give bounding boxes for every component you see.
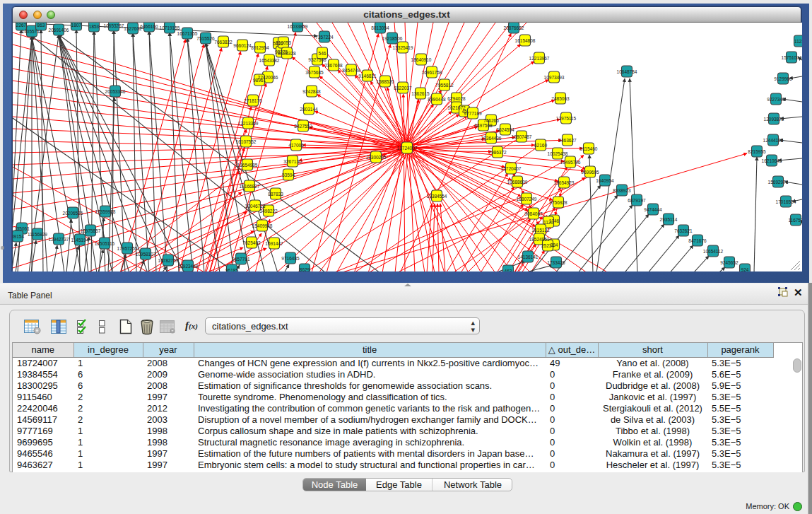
svg-text:20691406: 20691406 [49, 28, 69, 33]
svg-text:25234: 25234 [541, 243, 554, 248]
svg-text:6794028: 6794028 [447, 96, 466, 101]
svg-text:1807: 1807 [71, 23, 82, 28]
svg-text:8990448: 8990448 [428, 97, 446, 102]
svg-text:135061: 135061 [14, 226, 30, 231]
svg-text:6879197: 6879197 [628, 198, 646, 203]
svg-text:7663822: 7663822 [214, 40, 233, 45]
svg-text:15751074: 15751074 [782, 55, 802, 60]
svg-text:8427552: 8427552 [294, 124, 312, 129]
svg-text:7986372: 7986372 [488, 150, 507, 155]
svg-text:16107552: 16107552 [236, 139, 257, 144]
svg-text:3498222: 3498222 [259, 209, 278, 214]
svg-text:3624554: 3624554 [496, 127, 514, 132]
svg-text:6497568: 6497568 [474, 123, 493, 128]
svg-text:863: 863 [37, 23, 45, 28]
svg-text:19384554: 19384554 [427, 194, 447, 199]
svg-text:10654112: 10654112 [703, 249, 724, 254]
svg-text:53594: 53594 [282, 173, 295, 177]
svg-text:7357224: 7357224 [315, 35, 334, 40]
svg-text:9242848: 9242848 [302, 89, 321, 94]
svg-text:16033809: 16033809 [288, 24, 308, 29]
svg-text:12093872: 12093872 [764, 117, 784, 122]
svg-text:15720407: 15720407 [501, 166, 522, 171]
svg-text:12505115: 12505115 [95, 241, 115, 246]
svg-text:19166827: 19166827 [240, 184, 260, 189]
svg-text:9227343: 9227343 [767, 97, 785, 102]
svg-text:8215955: 8215955 [748, 149, 766, 154]
svg-text:10973493: 10973493 [544, 75, 565, 80]
svg-text:2718176: 2718176 [244, 98, 262, 103]
svg-text:9327508: 9327508 [308, 57, 326, 62]
svg-text:10648784: 10648784 [617, 69, 637, 74]
svg-text:17359928: 17359928 [95, 209, 116, 214]
svg-text:16782759: 16782759 [158, 258, 179, 263]
svg-text:1691447: 1691447 [265, 241, 283, 246]
svg-text:20364436: 20364436 [481, 136, 502, 141]
svg-text:9146821: 9146821 [358, 74, 377, 78]
svg-text:746266: 746266 [483, 118, 499, 123]
svg-text:11156829: 11156829 [28, 232, 47, 237]
svg-text:2367608: 2367608 [324, 63, 343, 68]
svg-text:1527602: 1527602 [124, 26, 142, 31]
svg-text:6466160: 6466160 [140, 24, 158, 29]
svg-text:1853: 1853 [89, 24, 100, 29]
svg-text:12213369: 12213369 [238, 121, 259, 126]
svg-text:9716485: 9716485 [281, 256, 300, 261]
svg-text:18724007: 18724007 [397, 146, 418, 151]
svg-text:17016504: 17016504 [776, 199, 796, 204]
svg-text:62160: 62160 [534, 143, 547, 148]
svg-text:1588520: 1588520 [376, 79, 394, 84]
svg-text:15692971: 15692971 [768, 180, 789, 185]
svg-text:3267130: 3267130 [283, 159, 302, 164]
svg-text:14055712: 14055712 [22, 29, 42, 34]
svg-text:1145194: 1145194 [71, 238, 89, 243]
svg-text:9084067: 9084067 [524, 211, 543, 216]
svg-text:417006: 417006 [288, 143, 304, 148]
svg-text:96185: 96185 [225, 268, 238, 272]
svg-text:7485063: 7485063 [551, 96, 570, 101]
svg-text:12213967: 12213967 [529, 56, 550, 61]
svg-text:12923448: 12923448 [178, 264, 199, 269]
svg-text:19218506: 19218506 [382, 36, 403, 41]
svg-text:18300295: 18300295 [366, 155, 387, 160]
svg-text:10688609: 10688609 [507, 180, 528, 185]
svg-text:98961: 98961 [253, 78, 266, 83]
svg-text:9699695: 9699695 [581, 170, 599, 175]
svg-text:1615132: 1615132 [531, 228, 550, 233]
svg-text:10975857: 10975857 [81, 228, 101, 233]
svg-text:7955812: 7955812 [435, 83, 454, 88]
svg-text:3675685: 3675685 [305, 70, 324, 75]
svg-text:7632621: 7632621 [674, 228, 693, 233]
svg-text:8471676: 8471676 [688, 238, 707, 243]
svg-text:463: 463 [505, 269, 512, 272]
svg-text:16961758: 16961758 [422, 70, 442, 75]
svg-text:19654923: 19654923 [554, 180, 575, 185]
svg-text:8454749: 8454749 [342, 68, 360, 73]
svg-text:10046728: 10046728 [245, 204, 266, 209]
svg-text:546: 546 [319, 51, 326, 56]
svg-text:9245652: 9245652 [720, 260, 739, 265]
svg-text:18807249: 18807249 [517, 197, 537, 201]
svg-text:9129966: 9129966 [774, 76, 792, 81]
svg-text:1121: 1121 [794, 39, 802, 44]
svg-text:10958107: 10958107 [136, 252, 156, 257]
svg-text:20876682: 20876682 [504, 25, 524, 30]
svg-text:887833: 887833 [268, 192, 283, 197]
svg-text:9474444: 9474444 [644, 207, 662, 212]
svg-text:39154: 39154 [13, 234, 24, 239]
svg-text:1120: 1120 [543, 220, 553, 225]
svg-text:10719155: 10719155 [160, 25, 180, 30]
svg-text:2267: 2267 [16, 23, 27, 28]
svg-text:10807487: 10807487 [512, 134, 532, 139]
svg-text:9756928: 9756928 [549, 200, 567, 205]
svg-text:1362615: 1362615 [411, 91, 430, 96]
svg-text:7515526: 7515526 [196, 36, 215, 41]
svg-text:1640954: 1640954 [596, 178, 614, 183]
svg-text:20053346: 20053346 [105, 89, 126, 94]
svg-text:2935114: 2935114 [660, 217, 678, 222]
svg-text:9777169: 9777169 [464, 111, 482, 116]
svg-text:8912954: 8912954 [251, 45, 269, 50]
svg-text:15409948: 15409948 [252, 223, 273, 228]
svg-text:9463627: 9463627 [558, 138, 577, 143]
svg-text:18640910: 18640910 [411, 57, 432, 62]
